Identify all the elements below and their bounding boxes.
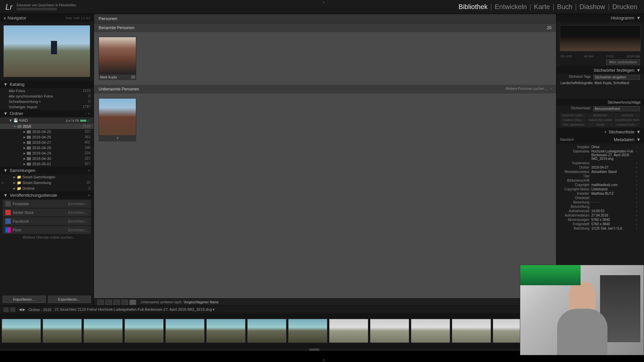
folder-item[interactable]: ▶2018-04-27402 xyxy=(0,140,94,145)
metadata-row[interactable]: Abmessungen5760 x 3840› xyxy=(556,218,644,222)
metadata-row[interactable]: MetadatenstatusAktuellster Stand› xyxy=(556,170,644,174)
volume-row[interactable]: ▼ 💾 RAID 2,4 / 8 TB xyxy=(0,117,94,124)
reset-all-button[interactable]: Alles zurücksetzen xyxy=(606,59,640,65)
folder-item[interactable]: ▶2018-04-30322 xyxy=(0,156,94,161)
metadata-row[interactable]: VorgabeOhne› xyxy=(556,145,644,149)
metadata-row[interactable]: Copyright-StatusUnbekannt› xyxy=(556,187,644,191)
metadata-row[interactable]: Copyrightmatthiasbutz.com› xyxy=(556,183,644,187)
status-path[interactable]: Ordner : 2018 xyxy=(29,308,51,312)
folder-item[interactable]: ▶2018-04-29224 xyxy=(0,150,94,156)
filmstrip-thumbnail[interactable] xyxy=(247,319,286,343)
publish-service-row[interactable]: FestplatteEinrichten… xyxy=(3,200,91,208)
keyword-suggestion[interactable]: Benkesser xyxy=(587,113,613,117)
module-library[interactable]: Bibliothek xyxy=(457,3,489,11)
metadata-row[interactable]: Ortsdetail› xyxy=(556,196,644,200)
people-tab[interactable]: Personen xyxy=(94,14,556,23)
second-monitor-icon[interactable] xyxy=(3,307,9,312)
keyword-suggestion[interactable]: Tirol, Benkesser xyxy=(560,123,587,127)
sort-value[interactable]: Vorgeschlagener Name xyxy=(183,300,219,304)
filmstrip-thumbnail[interactable] xyxy=(2,319,41,343)
filmstrip-thumbnail[interactable] xyxy=(43,319,82,343)
keyword-suggestion[interactable]: Vordefinierte Sam… xyxy=(614,118,640,122)
keyword-suggestion[interactable]: Südtirol (Reg… xyxy=(560,118,587,122)
module-develop[interactable]: Entwickeln xyxy=(493,3,528,11)
filmstrip-thumbnail[interactable] xyxy=(452,319,491,343)
publish-more[interactable]: Weitere Dienste online suchen… xyxy=(0,235,94,240)
filmstrip-thumbnail[interactable] xyxy=(124,319,164,343)
filmstrip-thumbnail[interactable] xyxy=(165,319,205,343)
metadata-row[interactable]: Titel› xyxy=(556,174,644,178)
collection-item[interactable]: ▶ 📁 Smart-Sammlungen xyxy=(0,174,94,180)
metadata-row[interactable]: DateinameHochzeit-Ludwigshafen-Full-Benk… xyxy=(556,149,644,161)
catalog-item[interactable]: Schnellsammlung +0 xyxy=(0,99,94,104)
metadata-row[interactable]: Bewertung· · · · ·› xyxy=(556,200,644,204)
filmstrip-thumbnail[interactable] xyxy=(288,319,327,343)
grid-view-icon[interactable] xyxy=(97,300,104,305)
catalog-item[interactable]: Alle synchronisierten Fotos0 xyxy=(0,94,94,99)
keywording-header[interactable]: Stichwörter festlegen▼ xyxy=(556,66,644,74)
keyword-set-select[interactable] xyxy=(593,106,640,111)
status-info[interactable]: 21 Gesichter/ 2119 Fotos/ Hochzeit-Ludwi… xyxy=(55,307,215,312)
metadata-row[interactable]: Bildunterschrift› xyxy=(556,178,644,183)
metadata-row[interactable]: Ordner2018-04-27› xyxy=(556,165,644,170)
keyword-mode-select[interactable] xyxy=(593,75,640,80)
metadata-row[interactable]: Belichtung1/125 Sek. bei f / 5,6› xyxy=(556,226,644,231)
metadata-row[interactable]: Aufnahmezeit14:00:53› xyxy=(556,209,644,213)
collections-header[interactable]: ▼Sammlungen + xyxy=(0,167,94,174)
publish-service-row[interactable]: FlickrEinrichten… xyxy=(3,226,91,234)
folder-item[interactable]: ▶2018-04-28189 xyxy=(0,145,94,150)
export-button[interactable]: Exportieren… xyxy=(48,296,91,303)
named-person-tile[interactable]: Mark Kupla 20 xyxy=(99,37,136,80)
publish-service-row[interactable]: Adobe StockEinrichten… xyxy=(3,208,91,217)
catalog-header[interactable]: ▼Katalog xyxy=(0,80,94,88)
keyword-suggestion[interactable]: Galerie-Bit-Ketten xyxy=(587,118,613,122)
metadata-header[interactable]: Standard Metadaten▼ xyxy=(556,136,644,143)
edge-collapse-top[interactable]: ▼ xyxy=(322,1,325,4)
folders-header[interactable]: ▼Ordner − + xyxy=(0,110,94,117)
metadata-row[interactable]: Beschriftung› xyxy=(556,204,644,209)
keyword-suggestion[interactable]: Hochzeit xyxy=(614,113,640,117)
filmstrip-thumbnail[interactable] xyxy=(206,319,246,343)
compare-view-icon[interactable] xyxy=(113,300,120,305)
import-button[interactable]: Importieren… xyxy=(3,296,46,303)
metadata-row[interactable]: Freigestellt5760 x 3840› xyxy=(556,222,644,226)
filmstrip-thumbnail[interactable] xyxy=(370,319,409,343)
catalog-item[interactable]: Vorheriger Import1797 xyxy=(0,104,94,110)
unnamed-placeholder[interactable]: ? xyxy=(116,137,118,140)
module-map[interactable]: Karte xyxy=(533,3,551,11)
publish-service-row[interactable]: FacebookEinrichten… xyxy=(3,217,91,225)
edge-collapse-left[interactable]: ▲ xyxy=(0,181,4,185)
module-print[interactable]: Drucken xyxy=(611,3,639,11)
collection-item[interactable]: ▶ 📁 Smart-Sammlung22 xyxy=(0,180,94,186)
filmstrip-thumbnail[interactable] xyxy=(329,319,368,343)
module-book[interactable]: Buch xyxy=(556,3,574,11)
unnamed-person-tile[interactable]: ? xyxy=(99,98,136,141)
loupe-view-icon[interactable] xyxy=(105,300,112,305)
keyword-suggestion[interactable]: Hochzeit Ludw… xyxy=(560,113,587,117)
metadata-row[interactable]: Kopiename› xyxy=(556,161,644,165)
edge-collapse-bottom[interactable]: ▲ xyxy=(322,358,325,361)
grid-toggle-icon[interactable] xyxy=(10,307,15,312)
keyword-suggestion[interactable]: Detail xyxy=(587,123,613,127)
collection-item[interactable]: ▶ 📁 Drohne2 xyxy=(0,186,94,191)
histogram-header[interactable]: Histogramm▼ xyxy=(556,14,644,22)
filmstrip-thumbnail[interactable] xyxy=(84,319,123,343)
keyword-suggestion[interactable]: Lavant Produ… xyxy=(614,123,640,127)
folder-item[interactable]: ▶2018-04-25322 xyxy=(0,129,94,134)
keyword-suggestions-header[interactable]: Stichwortvorschläge xyxy=(556,99,644,106)
filmstrip-thumbnail[interactable] xyxy=(411,319,450,343)
folder-item[interactable]: ▶2018-05-01317 xyxy=(0,161,94,167)
metadata-row[interactable]: Aufnahmedatum27.04.2018› xyxy=(556,213,644,218)
navigator-preview[interactable] xyxy=(0,22,94,80)
histogram-display[interactable] xyxy=(560,25,641,51)
keyword-tags-field[interactable]: Landschaftsfotografie, Mark Kupla, Schot… xyxy=(556,80,644,85)
survey-view-icon[interactable] xyxy=(121,300,128,305)
folder-item[interactable]: ▶2018-04-26363 xyxy=(0,134,94,140)
keywordlist-header[interactable]: +Stichwortliste▼ xyxy=(556,128,644,136)
catalog-item[interactable]: Alle Fotos2119 xyxy=(0,88,94,94)
people-view-icon[interactable] xyxy=(129,300,136,305)
navigator-header[interactable]: ▼ Navigator Einp. Ausf. 1:1 3:1 xyxy=(0,14,94,22)
module-slideshow[interactable]: Diashow xyxy=(578,3,607,11)
metadata-row[interactable]: ErstellerMatthias BUTZ› xyxy=(556,191,644,196)
folder-item[interactable]: ▼20182119 xyxy=(0,124,94,129)
